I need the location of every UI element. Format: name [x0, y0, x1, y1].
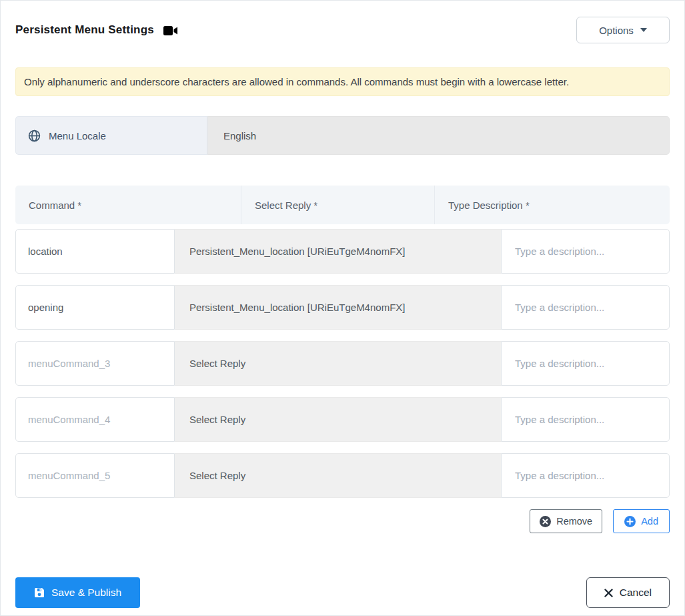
- description-input[interactable]: [501, 285, 670, 330]
- add-button[interactable]: Add: [613, 509, 670, 533]
- cancel-button[interactable]: Cancel: [586, 577, 670, 608]
- circle-x-icon: [540, 516, 551, 527]
- select-reply-field[interactable]: Select Reply: [175, 453, 501, 498]
- description-input[interactable]: [501, 229, 670, 274]
- select-reply-field[interactable]: Persistent_Menu_location [URiEuTgeM4nomF…: [175, 229, 501, 274]
- table-header: Command * Select Reply * Type Descriptio…: [15, 186, 670, 224]
- menu-locale-label-text: Menu Locale: [49, 130, 106, 141]
- column-header-select-reply: Select Reply *: [241, 186, 435, 224]
- column-header-type-description: Type Description *: [435, 186, 670, 224]
- command-row-4: Select Reply: [15, 397, 670, 442]
- command-input[interactable]: [15, 453, 175, 498]
- command-row-1: Persistent_Menu_location [URiEuTgeM4nomF…: [15, 229, 670, 274]
- command-row-3: Select Reply: [15, 341, 670, 386]
- save-publish-button[interactable]: Save & Publish: [15, 577, 140, 608]
- remove-button[interactable]: Remove: [530, 509, 602, 533]
- command-input[interactable]: [15, 341, 175, 386]
- caret-down-icon: [640, 28, 647, 32]
- x-icon: [604, 589, 613, 597]
- menu-locale-label: Menu Locale: [15, 116, 207, 155]
- menu-locale-group: Menu Locale: [15, 116, 670, 155]
- column-header-command: Command *: [15, 186, 241, 224]
- select-reply-field[interactable]: Select Reply: [175, 341, 501, 386]
- description-input[interactable]: [501, 397, 670, 442]
- command-input[interactable]: [15, 397, 175, 442]
- floppy-disk-icon: [34, 587, 45, 598]
- options-button-label: Options: [599, 25, 634, 36]
- command-row-5: Select Reply: [15, 453, 670, 498]
- globe-icon: [28, 129, 41, 142]
- circle-plus-icon: [624, 516, 636, 527]
- row-actions: Remove Add: [15, 509, 670, 533]
- select-reply-field[interactable]: Select Reply: [175, 397, 501, 442]
- panel-footer: Save & Publish Cancel: [15, 577, 670, 608]
- video-camera-icon: [163, 25, 178, 36]
- command-row-2: Persistent_Menu_location [URiEuTgeM4nomF…: [15, 285, 670, 330]
- cancel-button-label: Cancel: [620, 587, 652, 599]
- command-rules-alert: Only alphanumeric and underscore charact…: [15, 67, 670, 96]
- save-publish-button-label: Save & Publish: [51, 587, 121, 599]
- menu-locale-value[interactable]: [207, 116, 670, 155]
- description-input[interactable]: [501, 453, 670, 498]
- page-title: Persistent Menu Settings: [15, 23, 154, 37]
- add-button-label: Add: [641, 516, 658, 527]
- options-button[interactable]: Options: [576, 17, 670, 43]
- select-reply-field[interactable]: Persistent_Menu_location [URiEuTgeM4nomF…: [175, 285, 501, 330]
- description-input[interactable]: [501, 341, 670, 386]
- persistent-menu-settings-panel: Persistent Menu Settings Options Only al…: [0, 0, 685, 616]
- panel-header: Persistent Menu Settings Options: [15, 17, 670, 43]
- command-input[interactable]: [15, 229, 175, 274]
- command-input[interactable]: [15, 285, 175, 330]
- remove-button-label: Remove: [556, 516, 592, 527]
